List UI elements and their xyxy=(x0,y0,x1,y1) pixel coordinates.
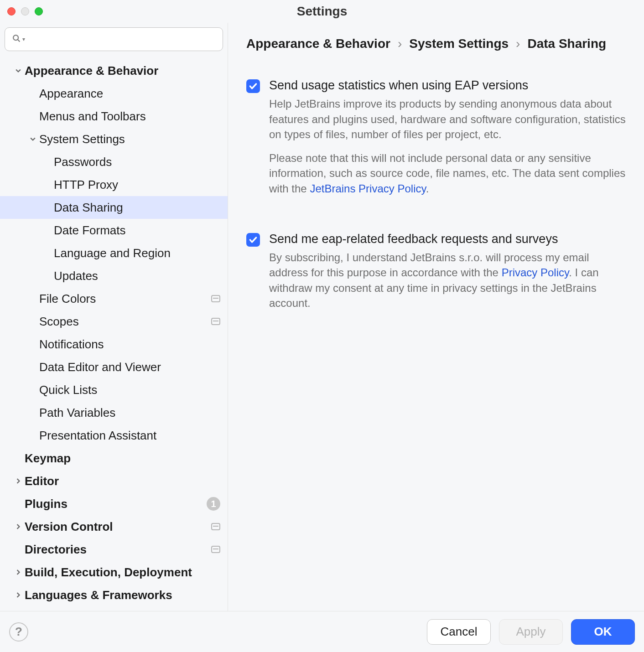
tree-item[interactable]: System Settings xyxy=(0,128,228,150)
feedback-title: Send me eap-related feedback requests an… xyxy=(269,232,626,246)
tree-item[interactable]: Keymap xyxy=(0,447,228,470)
dialog-footer: ? Cancel Apply OK xyxy=(0,611,644,652)
tree-item-label: Appearance & Behavior xyxy=(25,64,158,78)
tree-item-label: Data Sharing xyxy=(54,201,123,215)
ok-button[interactable]: OK xyxy=(571,619,635,645)
tree-item-label: Languages & Frameworks xyxy=(25,588,172,602)
tree-item[interactable]: Appearance xyxy=(0,82,228,105)
tree-item-label: HTTP Proxy xyxy=(54,178,118,192)
tree-item-label: Plugins xyxy=(25,497,68,511)
breadcrumb-item[interactable]: System Settings xyxy=(409,36,509,51)
check-icon xyxy=(249,82,258,91)
tree-item-label: Build, Execution, Deployment xyxy=(25,565,192,580)
tree-item[interactable]: Path Variables xyxy=(0,401,228,424)
tree-item[interactable]: Version Control xyxy=(0,515,228,538)
project-level-icon xyxy=(211,295,220,302)
apply-button[interactable]: Apply xyxy=(499,619,563,645)
chevron-icon[interactable] xyxy=(12,478,25,484)
settings-search[interactable]: ▾ xyxy=(5,27,223,51)
breadcrumb-item[interactable]: Appearance & Behavior xyxy=(246,36,390,51)
tree-item-label: Language and Region xyxy=(54,246,171,260)
usage-stats-desc1: Help JetBrains improve its products by s… xyxy=(269,96,626,142)
chevron-icon[interactable] xyxy=(12,68,25,73)
settings-sidebar: ▾ Appearance & BehaviorAppearanceMenus a… xyxy=(0,23,228,611)
feedback-checkbox[interactable] xyxy=(246,233,260,247)
tree-item-label: System Settings xyxy=(39,132,125,146)
tree-item-label: Notifications xyxy=(39,337,104,352)
tree-item[interactable]: Data Sharing xyxy=(0,196,228,219)
tree-item-label: Version Control xyxy=(25,520,113,534)
feedback-desc: By subscribing, I understand JetBrains s… xyxy=(269,250,626,311)
tree-item-label: Quick Lists xyxy=(39,383,97,397)
breadcrumb-item[interactable]: Data Sharing xyxy=(527,36,606,51)
settings-tree: Appearance & BehaviorAppearanceMenus and… xyxy=(0,56,228,611)
tree-item[interactable]: Updates xyxy=(0,264,228,287)
svg-line-1 xyxy=(18,39,20,41)
chevron-icon[interactable] xyxy=(12,569,25,575)
project-level-icon xyxy=(211,523,220,530)
tree-item-label: Scopes xyxy=(39,315,79,329)
tree-item[interactable]: Quick Lists xyxy=(0,378,228,401)
tree-item[interactable]: Appearance & Behavior xyxy=(0,59,228,82)
tree-item[interactable]: Editor xyxy=(0,470,228,492)
settings-main: Appearance & Behavior › System Settings … xyxy=(228,23,644,611)
tree-item-label: Directories xyxy=(25,543,87,557)
usage-stats-desc2: Please note that this will not include p… xyxy=(269,150,626,197)
tree-item[interactable]: Data Editor and Viewer xyxy=(0,356,228,378)
tree-item-label: Passwords xyxy=(54,155,112,169)
tree-item-label: Keymap xyxy=(25,451,71,466)
search-input[interactable] xyxy=(25,33,216,46)
usage-stats-checkbox[interactable] xyxy=(246,79,260,93)
tree-item[interactable]: Directories xyxy=(0,538,228,561)
badge-count: 1 xyxy=(207,497,220,511)
chevron-right-icon: › xyxy=(398,36,402,51)
tree-item[interactable]: Notifications xyxy=(0,333,228,356)
jetbrains-privacy-link[interactable]: JetBrains Privacy Policy xyxy=(310,182,426,195)
tree-item-label: Data Editor and Viewer xyxy=(39,360,161,374)
tree-item[interactable]: HTTP Proxy xyxy=(0,173,228,196)
cancel-button[interactable]: Cancel xyxy=(427,619,491,645)
tree-item[interactable]: Menus and Toolbars xyxy=(0,105,228,128)
project-level-icon xyxy=(211,318,220,325)
chevron-icon[interactable] xyxy=(26,136,39,142)
tree-item[interactable]: Date Formats xyxy=(0,219,228,242)
tree-item[interactable]: Plugins1 xyxy=(0,492,228,515)
tree-item-label: Editor xyxy=(25,474,59,488)
tree-item[interactable]: Language and Region xyxy=(0,242,228,264)
usage-stats-title: Send usage statistics when using EAP ver… xyxy=(269,78,626,93)
tree-item-label: File Colors xyxy=(39,292,96,306)
search-icon xyxy=(11,32,21,47)
window-title: Settings xyxy=(0,4,644,19)
tree-item[interactable]: Passwords xyxy=(0,150,228,173)
tree-item[interactable]: Languages & Frameworks xyxy=(0,584,228,606)
tree-item[interactable]: Build, Execution, Deployment xyxy=(0,561,228,584)
breadcrumb: Appearance & Behavior › System Settings … xyxy=(246,36,626,65)
tree-item-label: Date Formats xyxy=(54,223,126,238)
tree-item-label: Menus and Toolbars xyxy=(39,109,146,124)
tree-item-label: Presentation Assistant xyxy=(39,429,156,443)
svg-point-0 xyxy=(13,35,18,40)
help-button[interactable]: ? xyxy=(9,622,28,642)
project-level-icon xyxy=(211,546,220,553)
chevron-icon[interactable] xyxy=(12,592,25,598)
titlebar: Settings xyxy=(0,0,644,23)
tree-item-label: Path Variables xyxy=(39,406,115,420)
tree-item[interactable]: File Colors xyxy=(0,287,228,310)
privacy-policy-link[interactable]: Privacy Policy xyxy=(502,266,569,279)
chevron-right-icon: › xyxy=(516,36,520,51)
tree-item-label: Appearance xyxy=(39,87,103,101)
tree-item[interactable]: Presentation Assistant xyxy=(0,424,228,447)
check-icon xyxy=(249,235,258,244)
tree-item[interactable]: Scopes xyxy=(0,310,228,333)
tree-item-label: Updates xyxy=(54,269,98,283)
chevron-icon[interactable] xyxy=(12,524,25,529)
